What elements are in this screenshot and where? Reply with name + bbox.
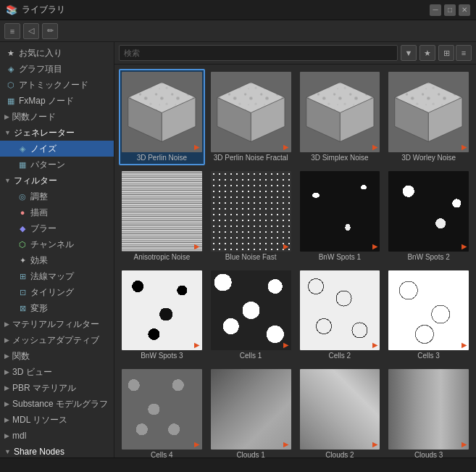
sidebar-section-share-nodes[interactable]: ▼ Share Nodes — [0, 444, 114, 457]
grid-item-thumbnail: ▶ — [300, 171, 380, 252]
noise-icon: ◈ — [17, 144, 28, 154]
close-button[interactable]: ✕ — [459, 4, 470, 16]
sidebar-item-label: グラフ項目 — [19, 63, 62, 75]
badge-arrow-icon: ▶ — [372, 441, 377, 448]
search-input[interactable] — [119, 45, 398, 61]
tiling-icon: ⊡ — [17, 287, 28, 297]
grid-item-3d-perlin-noise[interactable]: ▶3D Perlin Noise — [119, 69, 205, 165]
sidebar-item-tiling[interactable]: ⊡ タイリング — [0, 284, 114, 300]
grid-item-3d-simplex-noise[interactable]: ▶3D Simplex Noise — [297, 69, 383, 165]
list-view-button[interactable]: ≡ — [456, 45, 472, 61]
adjust-icon: ◎ — [17, 191, 28, 202]
sidebar-item-noise[interactable]: ◈ ノイズ — [0, 141, 114, 157]
grid-item-cells-3[interactable]: ▶Cells 3 — [385, 268, 472, 364]
back-button[interactable]: ◁ — [23, 23, 39, 39]
blur-icon: ◆ — [17, 223, 28, 233]
search-bar: ▼ ★ ⊞ ≡ — [114, 42, 476, 65]
chevron-right-icon: ▶ — [4, 384, 9, 392]
sidebar-item-blur[interactable]: ◆ ブラー — [0, 220, 114, 236]
sidebar-section-mesh-adaptive[interactable]: ▶ メッシュアダプティブ — [0, 332, 114, 348]
grid-item-clouds-2[interactable]: ▶Clouds 2 — [297, 366, 383, 457]
sidebar-section-filter[interactable]: ▼ フィルター — [0, 173, 114, 189]
sidebar-item-normal[interactable]: ⊞ 法線マップ — [0, 268, 114, 284]
grid-item-label: Cells 4 — [151, 451, 173, 457]
grid-item-label: Clouds 2 — [325, 451, 354, 457]
grid-item-3d-worley-noise[interactable]: ▶3D Worley Noise — [385, 69, 472, 165]
grid-item-thumbnail: ▶ — [388, 369, 469, 450]
item-badge: ▶ — [283, 341, 290, 349]
grid-item-bnw-spots-1[interactable]: ▶BnW Spots 1 — [297, 168, 383, 265]
grid-view-button[interactable]: ⊞ — [438, 45, 454, 61]
sidebar-item-fxmap[interactable]: ▦ FxMap ノード — [0, 93, 114, 109]
sidebar-section-function2[interactable]: ▶ 関数 — [0, 348, 114, 364]
filter-button[interactable]: ▼ — [401, 45, 417, 61]
edit-button[interactable]: ✏ — [42, 23, 58, 39]
grid-item-cells-1[interactable]: ▶Cells 1 — [208, 268, 294, 364]
transform-icon: ⊠ — [17, 303, 28, 313]
title-bar-controls: ─ □ ✕ — [430, 4, 470, 16]
sidebar-section-material-filter[interactable]: ▶ マテリアルフィルター — [0, 316, 114, 332]
grid-item-cells-4[interactable]: ▶Cells 4 — [119, 366, 205, 457]
badge-arrow-icon: ▶ — [194, 243, 199, 250]
sidebar-section-substance-model[interactable]: ▶ Substance モデルグラフ — [0, 396, 114, 412]
sidebar-section-pbr[interactable]: ▶ PBR マテリアル — [0, 380, 114, 396]
grid-item-bnw-spots-2[interactable]: ▶BnW Spots 2 — [385, 168, 472, 265]
sidebar-item-favorites[interactable]: ★ お気に入り — [0, 45, 114, 61]
sidebar-item-label: 変形 — [30, 302, 48, 315]
grid-item-cells-2[interactable]: ▶Cells 2 — [297, 268, 383, 364]
sidebar-item-atomic[interactable]: ⬡ アトミックノード — [0, 77, 114, 93]
view-toggle-buttons: ⊞ ≡ — [438, 45, 472, 61]
sidebar-item-effect[interactable]: ✦ 効果 — [0, 252, 114, 268]
sidebar-item-graph[interactable]: ◈ グラフ項目 — [0, 61, 114, 77]
star-filter-button[interactable]: ★ — [419, 45, 435, 61]
sidebar-item-label: 法線マップ — [30, 270, 74, 283]
edit-icon: ✏ — [47, 26, 54, 36]
grid-item-label: Clouds 3 — [414, 451, 443, 457]
sidebar-item-label: 効果 — [30, 254, 48, 267]
badge-arrow-icon: ▶ — [372, 341, 377, 349]
sidebar-item-channel[interactable]: ⬡ チャンネル — [0, 236, 114, 252]
sidebar-item-label: ブラー — [30, 223, 57, 235]
main-layout: ★ お気に入り ◈ グラフ項目 ⬡ アトミックノード ▦ FxMap ノード ▶… — [0, 42, 476, 457]
sidebar-item-label: フィルター — [14, 175, 57, 187]
sidebar-section-function[interactable]: ▶ 関数ノード — [0, 109, 114, 125]
grid-item-label: BnW Spots 2 — [407, 253, 449, 262]
sidebar-section-generator[interactable]: ▼ ジェネレーター — [0, 125, 114, 141]
grid-item-bnw-spots-3[interactable]: ▶BnW Spots 3 — [119, 268, 205, 364]
window-icon: 📚 — [6, 4, 17, 15]
sidebar-item-label: 関数ノード — [12, 111, 56, 123]
sidebar-section-mdl[interactable]: ▶ mdl — [0, 428, 114, 444]
grid-item-thumbnail: ▶ — [388, 72, 469, 152]
maximize-button[interactable]: □ — [444, 4, 456, 16]
grid-item-blue-noise-fast[interactable]: ▶Blue Noise Fast — [208, 168, 294, 265]
grid-item-thumbnail: ▶ — [122, 270, 202, 351]
sidebar-item-label: ジェネレーター — [14, 127, 75, 139]
menu-button[interactable]: ≡ — [4, 23, 20, 39]
sidebar-item-label: 3D ビュー — [12, 366, 52, 378]
sidebar-item-transform[interactable]: ⊠ 変形 — [0, 300, 114, 316]
badge-arrow-icon: ▶ — [283, 144, 288, 151]
sidebar-item-label: タイリング — [30, 286, 74, 299]
sidebar-item-adjust[interactable]: ◎ 調整 — [0, 189, 114, 204]
grid-item-3d-perlin-noise-fractal[interactable]: ▶3D Perlin Noise Fractal — [208, 69, 294, 165]
grid-item-clouds-3[interactable]: ▶Clouds 3 — [385, 366, 472, 457]
minimize-button[interactable]: ─ — [430, 4, 441, 16]
chevron-right-icon: ▶ — [4, 113, 9, 120]
sidebar-item-pattern[interactable]: ▦ パターン — [0, 157, 114, 173]
grid-item-thumbnail: ▶ — [300, 270, 380, 351]
sidebar-section-mdl-resource[interactable]: ▶ MDL リソース — [0, 412, 114, 428]
sidebar-section-3dview[interactable]: ▶ 3D ビュー — [0, 364, 114, 380]
badge-arrow-icon: ▶ — [462, 341, 467, 349]
sidebar-item-draw[interactable]: ● 描画 — [0, 204, 114, 220]
normal-icon: ⊞ — [17, 271, 28, 281]
grid-item-anisotropic-noise[interactable]: ▶Anisotropic Noise — [119, 168, 205, 265]
grid-item-clouds-1[interactable]: ▶Clouds 1 — [208, 366, 294, 457]
item-badge: ▶ — [283, 144, 290, 151]
item-badge: ▶ — [193, 243, 201, 250]
badge-arrow-icon: ▶ — [372, 144, 377, 151]
chevron-right-icon: ▶ — [4, 320, 9, 328]
pattern-icon: ▦ — [17, 160, 28, 170]
grid-item-label: 3D Simplex Noise — [311, 154, 368, 162]
sidebar-item-label: mdl — [12, 431, 26, 441]
item-badge: ▶ — [460, 144, 467, 151]
